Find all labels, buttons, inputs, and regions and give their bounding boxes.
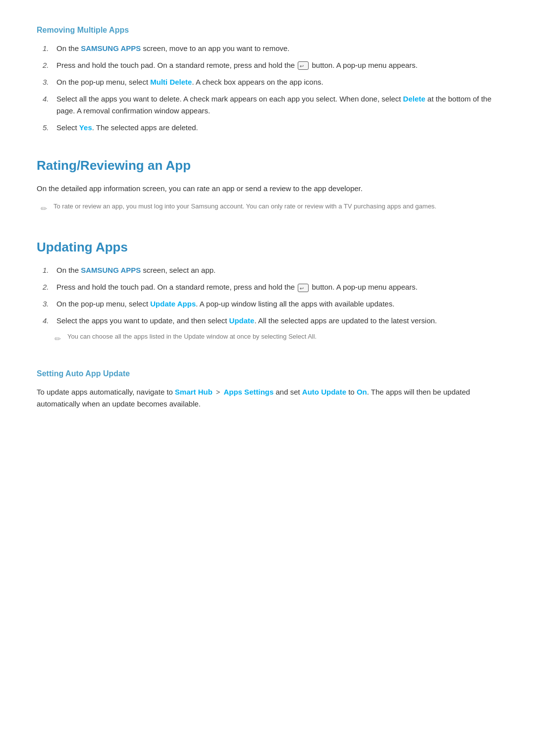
- rating-heading: Rating/Reviewing an App: [37, 155, 498, 176]
- table-row: Select all the apps you want to delete. …: [43, 93, 498, 117]
- arrow-icon: >: [216, 388, 220, 396]
- yes-label: Yes: [79, 123, 92, 132]
- updating-sub-note-text: You can choose all the apps listed in th…: [67, 332, 317, 342]
- auto-update-heading: Setting Auto App Update: [37, 367, 498, 380]
- rating-section: Rating/Reviewing an App On the detailed …: [37, 155, 498, 215]
- smart-hub-label: Smart Hub: [175, 388, 213, 396]
- auto-update-section: Setting Auto App Update To update apps a…: [37, 367, 498, 410]
- auto-update-label: Auto Update: [302, 388, 346, 396]
- updating-heading: Updating Apps: [37, 237, 498, 258]
- pencil-icon-2: ✏: [54, 333, 63, 346]
- remote-button-icon: [298, 61, 309, 70]
- updating-sub-note-block: ✏ You can choose all the apps listed in …: [54, 332, 498, 346]
- auto-update-intro: To update apps automatically, navigate t…: [37, 386, 498, 410]
- samsung-apps-label-1: SAMSUNG APPS: [81, 44, 141, 52]
- remote-button-icon-2: [298, 284, 309, 292]
- removing-steps-list: On the SAMSUNG APPS screen, move to an a…: [43, 43, 498, 134]
- rating-intro: On the detailed app information screen, …: [37, 183, 498, 195]
- update-apps-label: Update Apps: [150, 300, 196, 308]
- on-label: On: [357, 388, 367, 396]
- pencil-icon: ✏: [41, 202, 50, 215]
- table-row: On the SAMSUNG APPS screen, select an ap…: [43, 264, 498, 276]
- table-row: Press and hold the touch pad. On a stand…: [43, 59, 498, 71]
- table-row: On the pop-up menu, select Multi Delete.…: [43, 76, 498, 88]
- rating-note-block: ✏ To rate or review an app, you must log…: [41, 202, 498, 215]
- updating-section: Updating Apps On the SAMSUNG APPS screen…: [37, 237, 498, 346]
- table-row: On the SAMSUNG APPS screen, move to an a…: [43, 43, 498, 54]
- update-label: Update: [229, 316, 255, 325]
- table-row: Press and hold the touch pad. On a stand…: [43, 281, 498, 293]
- removing-section: Removing Multiple Apps On the SAMSUNG AP…: [37, 24, 498, 134]
- table-row: On the pop-up menu, select Update Apps. …: [43, 298, 498, 310]
- updating-steps-list: On the SAMSUNG APPS screen, select an ap…: [43, 264, 498, 327]
- multi-delete-label: Multi Delete: [150, 78, 192, 86]
- samsung-apps-label-2: SAMSUNG APPS: [81, 266, 141, 274]
- removing-heading: Removing Multiple Apps: [37, 24, 498, 37]
- apps-settings-label: Apps Settings: [223, 388, 273, 396]
- table-row: Select Yes. The selected apps are delete…: [43, 122, 498, 134]
- table-row: Select the apps you want to update, and …: [43, 315, 498, 327]
- delete-label: Delete: [403, 95, 426, 103]
- rating-note-text: To rate or review an app, you must log i…: [54, 202, 436, 211]
